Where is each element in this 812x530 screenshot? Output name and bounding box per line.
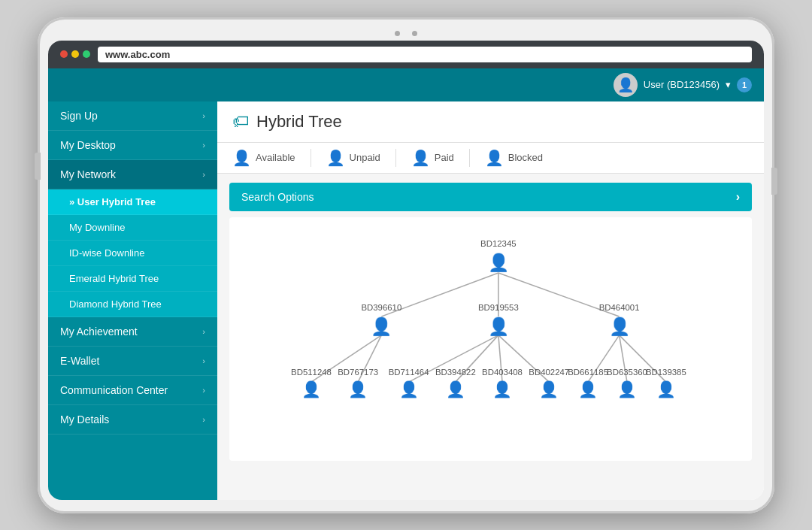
tree-container: BD12345 👤 BD396610 👤 BD919553 👤 BD464001… bbox=[229, 217, 752, 461]
node-icon-bd402247[interactable]: 👤 bbox=[539, 379, 559, 398]
node-icon-bd511248[interactable]: 👤 bbox=[301, 379, 321, 398]
node-icon-bd711464[interactable]: 👤 bbox=[399, 379, 419, 398]
chevron-communication-center: › bbox=[202, 386, 205, 395]
main-content: 🏷 Hybrid Tree 👤 Available 👤 Unpaid bbox=[217, 101, 764, 500]
side-button-left bbox=[35, 153, 41, 180]
person-icon-available: 👤 bbox=[232, 150, 251, 165]
top-nav: 👤 User (BD123456) ▾ 1 bbox=[48, 68, 764, 101]
node-icon-bd403408[interactable]: 👤 bbox=[492, 379, 512, 398]
node-icon-bd919553[interactable]: 👤 bbox=[488, 315, 510, 336]
tablet-frame: www.abc.com 👤 User (BD123456) ▾ 1 Sign U… bbox=[38, 17, 774, 513]
dot-yellow bbox=[71, 50, 79, 58]
search-options-arrow: › bbox=[736, 190, 740, 204]
node-label-bd12345: BD12345 bbox=[480, 238, 517, 247]
dropdown-arrow[interactable]: ▾ bbox=[726, 79, 731, 90]
legend-bar: 👤 Available 👤 Unpaid 👤 Paid bbox=[217, 143, 764, 174]
browser-bar: www.abc.com bbox=[48, 41, 764, 68]
legend-unpaid: 👤 Unpaid bbox=[326, 150, 380, 165]
node-label-bd767173: BD767173 bbox=[338, 367, 378, 376]
sidebar-item-communication-center[interactable]: Communication Center › bbox=[48, 376, 217, 405]
chevron-my-desktop: › bbox=[202, 141, 205, 150]
search-options-label: Search Options bbox=[241, 191, 314, 203]
legend-divider-3 bbox=[469, 149, 470, 167]
sidebar-subitem-diamond-hybrid-tree[interactable]: Diamond Hybrid Tree bbox=[48, 292, 217, 317]
sidebar-subitem-my-downline[interactable]: My Downline bbox=[48, 215, 217, 241]
dot-green bbox=[83, 50, 90, 58]
node-label-bd464001: BD464001 bbox=[599, 302, 640, 311]
node-icon-bd767173[interactable]: 👤 bbox=[348, 379, 368, 398]
node-label-bd396610: BD396610 bbox=[361, 302, 401, 311]
node-label-bd635360: BD635360 bbox=[607, 367, 647, 376]
chevron-my-details: › bbox=[202, 415, 205, 424]
sidebar-subitem-id-wise-downline[interactable]: ID-wise Downline bbox=[48, 241, 217, 266]
page-title-tag: 🏷 bbox=[232, 112, 249, 132]
tablet-camera bbox=[48, 31, 764, 36]
sidebar-item-my-network[interactable]: My Network › bbox=[48, 160, 217, 189]
browser-content: www.abc.com 👤 User (BD123456) ▾ 1 Sign U… bbox=[48, 41, 764, 500]
sidebar-item-sign-up[interactable]: Sign Up › bbox=[48, 101, 217, 131]
page-header: 🏷 Hybrid Tree bbox=[217, 101, 764, 143]
node-label-bd511248: BD511248 bbox=[291, 367, 332, 376]
browser-dots bbox=[60, 50, 90, 58]
page-title: Hybrid Tree bbox=[256, 112, 342, 132]
node-icon-bd139385[interactable]: 👤 bbox=[656, 379, 676, 398]
browser-url[interactable]: www.abc.com bbox=[98, 47, 752, 62]
person-icon-unpaid: 👤 bbox=[326, 150, 345, 165]
notification-badge[interactable]: 1 bbox=[737, 77, 752, 92]
node-label-bd402247: BD402247 bbox=[529, 367, 569, 376]
node-label-bd403408: BD403408 bbox=[482, 367, 523, 376]
legend-divider-2 bbox=[395, 149, 396, 167]
chevron-my-network: › bbox=[202, 170, 205, 179]
legend-divider-1 bbox=[311, 149, 311, 167]
user-label[interactable]: User (BD123456) bbox=[644, 79, 720, 90]
legend-blocked: 👤 Blocked bbox=[485, 150, 543, 165]
dot-red bbox=[60, 50, 68, 58]
node-icon-bd661185[interactable]: 👤 bbox=[578, 379, 598, 398]
tree-svg: BD12345 👤 BD396610 👤 BD919553 👤 BD464001… bbox=[244, 232, 737, 443]
sidebar: Sign Up › My Desktop › My Network › » Us… bbox=[48, 101, 217, 500]
sidebar-item-my-desktop[interactable]: My Desktop › bbox=[48, 131, 217, 160]
person-icon-blocked: 👤 bbox=[485, 150, 504, 165]
node-label-bd139385: BD139385 bbox=[646, 367, 686, 376]
node-icon-bd635360[interactable]: 👤 bbox=[617, 379, 637, 398]
sidebar-submenu-my-network: » User Hybrid Tree My Downline ID-wise D… bbox=[48, 189, 217, 317]
node-icon-bd12345[interactable]: 👤 bbox=[488, 251, 510, 272]
chevron-e-wallet: › bbox=[202, 356, 205, 365]
sidebar-item-e-wallet[interactable]: E-Wallet › bbox=[48, 347, 217, 376]
node-label-bd394822: BD394822 bbox=[435, 367, 476, 376]
sidebar-subitem-emerald-hybrid-tree[interactable]: Emerald Hybrid Tree bbox=[48, 266, 217, 292]
node-icon-bd396610[interactable]: 👤 bbox=[371, 315, 392, 336]
node-icon-bd394822[interactable]: 👤 bbox=[446, 379, 465, 398]
sidebar-item-my-achievement[interactable]: My Achievement › bbox=[48, 317, 217, 347]
camera-dot-2 bbox=[412, 31, 417, 36]
search-options-bar[interactable]: Search Options › bbox=[229, 183, 752, 211]
node-label-bd661185: BD661185 bbox=[568, 367, 608, 376]
chevron-my-achievement: › bbox=[202, 327, 205, 336]
node-label-bd919553: BD919553 bbox=[478, 302, 519, 311]
app-body: Sign Up › My Desktop › My Network › » Us… bbox=[48, 101, 764, 500]
side-button-right bbox=[771, 168, 777, 195]
sidebar-subitem-user-hybrid-tree[interactable]: » User Hybrid Tree bbox=[48, 189, 217, 215]
legend-paid: 👤 Paid bbox=[411, 150, 454, 165]
sidebar-item-my-details[interactable]: My Details › bbox=[48, 405, 217, 435]
person-icon-paid: 👤 bbox=[411, 150, 430, 165]
camera-dot-1 bbox=[395, 31, 400, 36]
chevron-sign-up: › bbox=[202, 111, 205, 120]
node-icon-bd464001[interactable]: 👤 bbox=[609, 315, 631, 336]
node-label-bd711464: BD711464 bbox=[389, 367, 429, 376]
legend-available: 👤 Available bbox=[232, 150, 295, 165]
user-avatar-icon: 👤 bbox=[614, 73, 638, 97]
